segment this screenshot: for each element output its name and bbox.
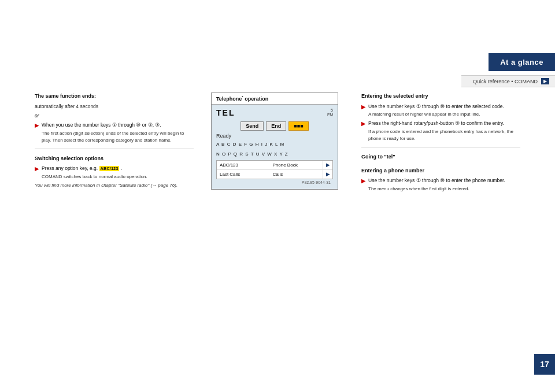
bullet-arrow-2-icon: ▶ (35, 165, 39, 180)
right-column: Entering the selected entry ▶ Use the nu… (361, 93, 520, 346)
phone-fig-number: P82.85-9044-31 (216, 179, 333, 186)
phone-panel: Telephone* operation TEL 5 FM Send End ■… (211, 93, 338, 190)
phone-menu-arrow-1[interactable]: ▶ (323, 161, 332, 169)
phone-menu-row-1: ABC/123 Phone Book ▶ (217, 161, 332, 170)
phone-five-rm: 5 FM (327, 108, 333, 118)
phone-menu: ABC/123 Phone Book ▶ Last Calls Calls ▶ (216, 160, 333, 179)
right-bullet-text-2: Press the right-hand rotary/push-button … (368, 120, 504, 126)
bullet-text-prefix: Press any option key, e.g. (42, 165, 98, 171)
phone-alpha-row1: A B C D E F G H I J K L M (216, 141, 333, 149)
nav-arrow-icon[interactable]: ▶ (541, 78, 549, 84)
left-or-text: or (35, 112, 194, 120)
end-button[interactable]: End (266, 121, 286, 131)
right-bullet-1: ▶ Use the number keys ① through ⑩ to ent… (361, 103, 520, 119)
left-bullet-1: ▶ When you use the number keys ① through… (35, 121, 194, 144)
left-bullet-2: ▶ Press any option key, e.g. ABC/123 . C… (35, 165, 194, 180)
bullet-arrow-icon: ▶ (35, 122, 39, 144)
right-bullet-3: ▶ Use the number keys ① through ⑩ to ent… (361, 177, 520, 193)
subtitle-bar: Quick reference • COMAND ▶ (461, 75, 555, 87)
phone-menu-cell-calls[interactable]: Calls (270, 170, 323, 179)
subtitle-text: Quick reference • COMAND (473, 79, 538, 84)
send-button[interactable]: Send (240, 121, 264, 131)
bullet-subtext-2: COMAND switches back to normal audio ope… (42, 173, 194, 180)
bullet-content: When you use the number keys ① through ⑩… (42, 121, 194, 144)
bullet-text-suffix: . (121, 165, 122, 171)
right-bullet-arrow-3-icon: ▶ (361, 177, 365, 193)
phone-menu-cell-abc[interactable]: ABC/123 (217, 161, 270, 169)
phone-status-row: TEL 5 FM (216, 108, 333, 118)
phone-menu-cell-phonebook[interactable]: Phone Book (270, 161, 323, 169)
left-info-text: You will find more information in chapte… (35, 182, 194, 189)
main-content: The same function ends: automatically af… (35, 93, 520, 346)
bullet-content-2: Press any option key, e.g. ABC/123 . COM… (42, 165, 194, 180)
right-bullet-text-1: Use the number keys ① through ⑩ to enter… (368, 103, 504, 109)
num-button[interactable]: ■■■ (288, 121, 308, 131)
phone-menu-row-2: Last Calls Calls ▶ (217, 170, 332, 179)
at-a-glance-tab: At a glance (489, 53, 555, 71)
right-bullet-sub-1: A matching result of higher will appear … (368, 111, 520, 118)
right-section-divider (361, 147, 520, 147)
bullet-subtext: The first action (digit selection) ends … (42, 130, 194, 144)
bullet-text: When you use the number keys ① through ⑩… (42, 122, 161, 128)
right-bullet-arrow-2-icon: ▶ (361, 120, 365, 142)
left-heading-2: Switching selection options (35, 155, 194, 163)
right-bullet-content-3: Use the number keys ① through ⑩ to enter… (368, 177, 520, 193)
phone-panel-container: Telephone* operation TEL 5 FM Send End ■… (211, 93, 344, 346)
phone-panel-title: Telephone* operation (212, 93, 338, 105)
right-bullet-content-2: Press the right-hand rotary/push-button … (368, 120, 520, 142)
left-heading-1: The same function ends: (35, 93, 194, 101)
right-bullet-sub-2: If a phone code is entered and the phone… (368, 128, 520, 142)
key-highlight: ABC/123 (99, 166, 120, 171)
phone-screen: TEL 5 FM Send End ■■■ Ready A B C D E F … (212, 105, 338, 189)
phone-alpha-row2: N O P Q R S T U V W X Y Z (216, 151, 333, 158)
right-heading-2: Going to "tel" (361, 153, 520, 161)
phone-ready-text: Ready (216, 133, 333, 139)
page-number: 17 (534, 354, 555, 375)
right-bullet-text-3: Use the number keys ① through ⑩ to enter… (368, 177, 505, 183)
phone-menu-cell-lastcalls[interactable]: Last Calls (217, 170, 270, 179)
right-heading-1: Entering the selected entry (361, 93, 520, 101)
right-bullet-content-1: Use the number keys ① through ⑩ to enter… (368, 103, 520, 119)
right-bullet-2: ▶ Press the right-hand rotary/push-butto… (361, 120, 520, 142)
left-body-1: automatically after 4 seconds (35, 103, 194, 110)
section-divider (35, 149, 194, 149)
phone-menu-arrow-2[interactable]: ▶ (323, 170, 332, 179)
phone-buttons: Send End ■■■ (216, 121, 333, 131)
left-column: The same function ends: automatically af… (35, 93, 194, 346)
right-heading-3: Entering a phone number (361, 167, 520, 175)
right-bullet-arrow-1-icon: ▶ (361, 103, 365, 119)
phone-tel-label: TEL (216, 108, 235, 117)
right-bullet-sub-3: The menu changes when the first digit is… (368, 186, 520, 193)
